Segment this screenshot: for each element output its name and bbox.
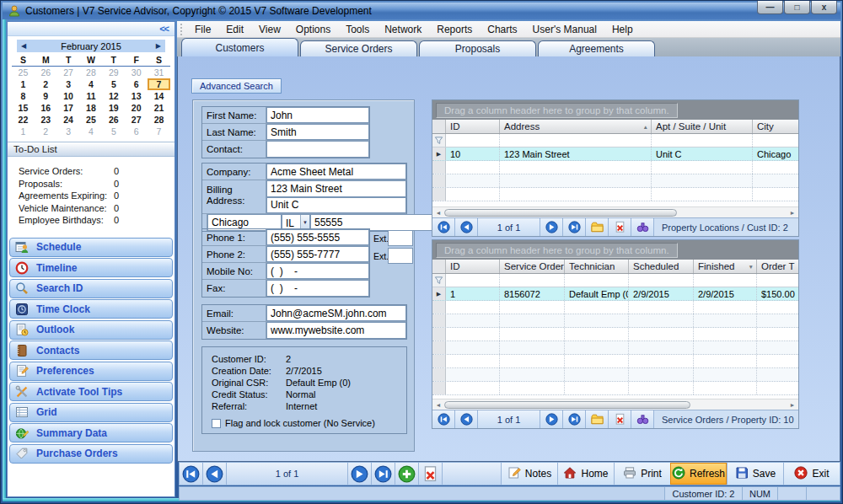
- calendar-day[interactable]: 2: [35, 126, 57, 137]
- column-header-apt-suite-unit[interactable]: Apt / Suite / Unit: [652, 120, 753, 133]
- maximize-button[interactable]: □: [784, 1, 810, 14]
- fax-field[interactable]: [266, 280, 369, 297]
- calendar-day[interactable]: 4: [80, 126, 103, 137]
- calendar-day[interactable]: 15: [12, 102, 35, 114]
- table-row[interactable]: ▶18156072Default Emp (0)2/9/20152/9/2015…: [432, 287, 798, 301]
- add-customer-button[interactable]: [395, 463, 419, 485]
- column-header-technician[interactable]: Technician: [565, 260, 629, 273]
- menu-item-charts[interactable]: Charts: [480, 22, 524, 37]
- prev-record-button[interactable]: [455, 410, 478, 428]
- sidebar-item-grid[interactable]: Grid: [9, 403, 173, 422]
- filter-cell[interactable]: [694, 274, 757, 287]
- last-record-button[interactable]: [563, 410, 586, 428]
- filter-cell[interactable]: [500, 134, 652, 147]
- calendar-day[interactable]: 27: [125, 114, 148, 126]
- calendar-day[interactable]: 4: [80, 78, 103, 90]
- menu-item-tools[interactable]: Tools: [338, 22, 377, 37]
- scroll-left-icon[interactable]: ◄: [432, 210, 444, 216]
- home-button[interactable]: Home: [557, 463, 614, 485]
- menu-item-reports[interactable]: Reports: [429, 22, 480, 37]
- calendar-day[interactable]: 3: [57, 126, 80, 137]
- calendar-day[interactable]: 24: [57, 114, 80, 126]
- sidebar-item-contacts[interactable]: Contacts: [9, 340, 173, 360]
- phone1-field[interactable]: [266, 229, 369, 245]
- company-field[interactable]: [266, 164, 406, 180]
- next-customer-button[interactable]: [348, 463, 372, 485]
- menu-item-file[interactable]: File: [187, 22, 218, 37]
- column-header-id[interactable]: ID: [446, 120, 500, 133]
- calendar-prev-icon[interactable]: ◀: [21, 42, 26, 50]
- sidebar-item-purchase-orders[interactable]: Purchase Orders: [9, 444, 173, 464]
- calendar-day[interactable]: 14: [148, 90, 170, 102]
- horizontal-scrollbar[interactable]: ◄ ►: [432, 206, 798, 217]
- calendar-day[interactable]: 1: [12, 126, 35, 137]
- sidebar-item-summary-data[interactable]: Summary Data: [9, 423, 173, 442]
- tab-service-orders[interactable]: Service Orders: [300, 40, 417, 56]
- menu-item-network[interactable]: Network: [377, 22, 429, 37]
- calendar-day[interactable]: 9: [35, 90, 57, 102]
- delete-record-button[interactable]: [609, 410, 631, 428]
- calendar-day[interactable]: 26: [35, 67, 57, 79]
- scroll-left-icon[interactable]: ◄: [432, 402, 444, 408]
- mobile-field[interactable]: [266, 263, 369, 279]
- calendar-day[interactable]: 11: [80, 90, 103, 102]
- calendar-day[interactable]: 3: [57, 78, 80, 90]
- filter-cell[interactable]: [753, 134, 798, 147]
- calendar-day[interactable]: 5: [102, 126, 125, 137]
- sidebar-item-activate-tool-tips[interactable]: Activate Tool Tips: [9, 382, 173, 401]
- calendar-day[interactable]: 10: [57, 90, 80, 102]
- calendar-day[interactable]: 25: [12, 67, 35, 79]
- new-record-button[interactable]: [586, 410, 609, 428]
- prev-record-button[interactable]: [455, 218, 478, 236]
- minimize-button[interactable]: —: [757, 1, 783, 14]
- calendar-day[interactable]: 20: [125, 102, 148, 114]
- flag-lock-checkbox[interactable]: [212, 419, 221, 428]
- sidebar-item-search-id[interactable]: Search ID: [9, 279, 173, 298]
- calendar-day[interactable]: 7: [148, 126, 170, 137]
- calendar-day[interactable]: 19: [102, 102, 125, 114]
- column-header-address[interactable]: Address▲: [500, 120, 652, 133]
- scroll-right-icon[interactable]: ►: [787, 210, 798, 216]
- calendar-day[interactable]: 2: [35, 78, 57, 90]
- menu-item-edit[interactable]: Edit: [218, 22, 251, 37]
- calendar-day[interactable]: 13: [125, 90, 148, 102]
- filter-funnel-icon[interactable]: [432, 274, 446, 287]
- tab-customers[interactable]: Customers: [181, 38, 298, 56]
- calendar-day[interactable]: 27: [57, 67, 80, 79]
- calendar-day[interactable]: 29: [102, 67, 125, 79]
- group-by-bar[interactable]: Drag a column header here to group by th…: [432, 240, 798, 260]
- calendar-day[interactable]: 5: [102, 78, 125, 90]
- scroll-right-icon[interactable]: ►: [787, 402, 798, 408]
- first-customer-button[interactable]: [180, 463, 203, 485]
- calendar-day[interactable]: 1: [12, 78, 35, 90]
- menu-item-help[interactable]: Help: [604, 22, 641, 37]
- column-header-scheduled[interactable]: Scheduled: [629, 260, 694, 273]
- filter-cell[interactable]: [446, 134, 500, 147]
- calendar-day-selected[interactable]: 7: [148, 78, 170, 90]
- filter-cell[interactable]: [500, 274, 565, 287]
- calendar-next-icon[interactable]: ▶: [156, 42, 161, 50]
- billing-address1-field[interactable]: [266, 180, 406, 197]
- calendar-day[interactable]: 28: [80, 67, 103, 79]
- calendar-day[interactable]: 21: [148, 102, 170, 114]
- new-record-button[interactable]: [586, 218, 609, 236]
- website-field[interactable]: [266, 322, 406, 339]
- calendar-day[interactable]: 26: [102, 114, 125, 126]
- prev-customer-button[interactable]: [203, 463, 227, 485]
- collapse-panel-button[interactable]: <<: [159, 24, 169, 34]
- exit-button[interactable]: Exit: [783, 463, 840, 485]
- billing-address2-field[interactable]: [266, 197, 406, 214]
- calendar-day[interactable]: 30: [125, 67, 148, 79]
- last-customer-button[interactable]: [372, 463, 395, 485]
- horizontal-scrollbar[interactable]: ◄ ►: [432, 399, 798, 410]
- calendar-day[interactable]: 28: [148, 114, 170, 126]
- first-name-field[interactable]: [266, 107, 369, 123]
- table-row[interactable]: ▶10123 Main StreetUnit CChicago: [432, 147, 798, 161]
- filter-cell[interactable]: [757, 274, 798, 287]
- delete-customer-button[interactable]: [419, 463, 443, 485]
- refresh-button[interactable]: Refresh: [670, 463, 727, 485]
- calendar-day[interactable]: 31: [148, 67, 170, 79]
- calendar-day[interactable]: 6: [125, 78, 148, 90]
- menu-item-options[interactable]: Options: [288, 22, 338, 37]
- filter-funnel-icon[interactable]: [432, 134, 446, 147]
